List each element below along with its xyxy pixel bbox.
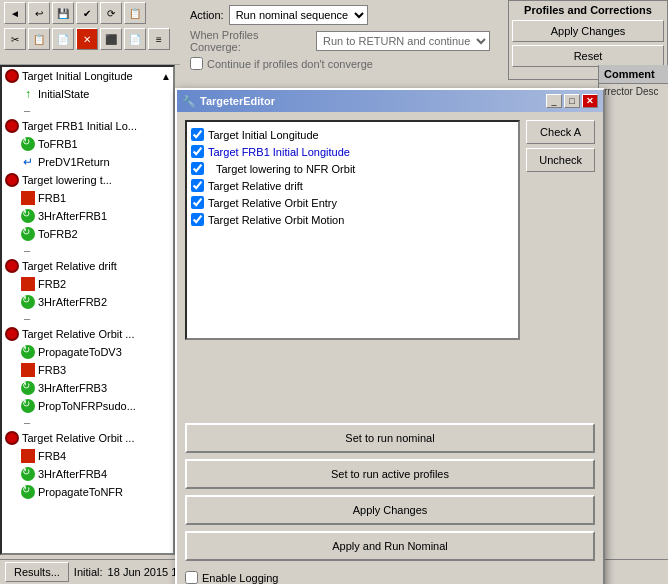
check-1[interactable]: [191, 145, 204, 158]
check-item-4[interactable]: Target Relative Orbit Entry: [191, 194, 514, 211]
check-label-4: Target Relative Orbit Entry: [208, 197, 337, 209]
enable-logging-label: Enable Logging: [202, 572, 278, 584]
main-panel: ◄ ↩ 💾 ✔ ⟳ 📋 ✂ 📋 📄 ✕ ⬛ 📄 ≡ Action: Run no…: [0, 0, 668, 584]
modal-restore-btn[interactable]: □: [564, 94, 580, 108]
modal-bottom-buttons: Set to run nominal Set to run active pro…: [185, 423, 595, 561]
modal-body: Target Initial Longitude Target FRB1 Ini…: [177, 112, 603, 584]
check-item-3[interactable]: Target Relative drift: [191, 177, 514, 194]
modal-title-text: TargeterEditor: [200, 95, 275, 107]
modal-dialog: 🔧 TargeterEditor _ □ ✕ Targe: [175, 88, 605, 584]
modal-minimize-btn[interactable]: _: [546, 94, 562, 108]
check-label-5: Target Relative Orbit Motion: [208, 214, 344, 226]
check-item-5[interactable]: Target Relative Orbit Motion: [191, 211, 514, 228]
modal-title-icon: 🔧: [182, 95, 196, 108]
modal-overlay: 🔧 TargeterEditor _ □ ✕ Targe: [0, 0, 668, 584]
checkbox-list[interactable]: Target Initial Longitude Target FRB1 Ini…: [185, 120, 520, 340]
check-5[interactable]: [191, 213, 204, 226]
modal-titlebar: 🔧 TargeterEditor _ □ ✕: [177, 90, 603, 112]
enable-logging-checkbox[interactable]: [185, 571, 198, 584]
apply-changes-btn[interactable]: Apply Changes: [185, 495, 595, 525]
set-active-profiles-btn[interactable]: Set to run active profiles: [185, 459, 595, 489]
check-3[interactable]: [191, 179, 204, 192]
spacer: [185, 346, 595, 413]
modal-close-btn[interactable]: ✕: [582, 94, 598, 108]
enable-logging-row: Enable Logging: [185, 567, 595, 584]
modal-right-buttons: Check A Uncheck: [526, 120, 595, 340]
uncheck-button[interactable]: Uncheck: [526, 148, 595, 172]
modal-controls: _ □ ✕: [546, 94, 598, 108]
check-label-3: Target Relative drift: [208, 180, 303, 192]
set-run-nominal-btn[interactable]: Set to run nominal: [185, 423, 595, 453]
modal-check-area: Target Initial Longitude Target FRB1 Ini…: [185, 120, 595, 340]
apply-run-nominal-btn[interactable]: Apply and Run Nominal: [185, 531, 595, 561]
check-label-2: Target lowering to NFR Orbit: [216, 163, 355, 175]
check-label-0: Target Initial Longitude: [208, 129, 319, 141]
check-item-1[interactable]: Target FRB1 Initial Longitude: [191, 143, 514, 160]
check-a-button[interactable]: Check A: [526, 120, 595, 144]
modal-title: 🔧 TargeterEditor: [182, 95, 275, 108]
check-item-0[interactable]: Target Initial Longitude: [191, 126, 514, 143]
check-2[interactable]: [191, 162, 204, 175]
check-0[interactable]: [191, 128, 204, 141]
check-4[interactable]: [191, 196, 204, 209]
check-label-1: Target FRB1 Initial Longitude: [208, 146, 350, 158]
check-item-2[interactable]: Target lowering to NFR Orbit: [191, 160, 514, 177]
